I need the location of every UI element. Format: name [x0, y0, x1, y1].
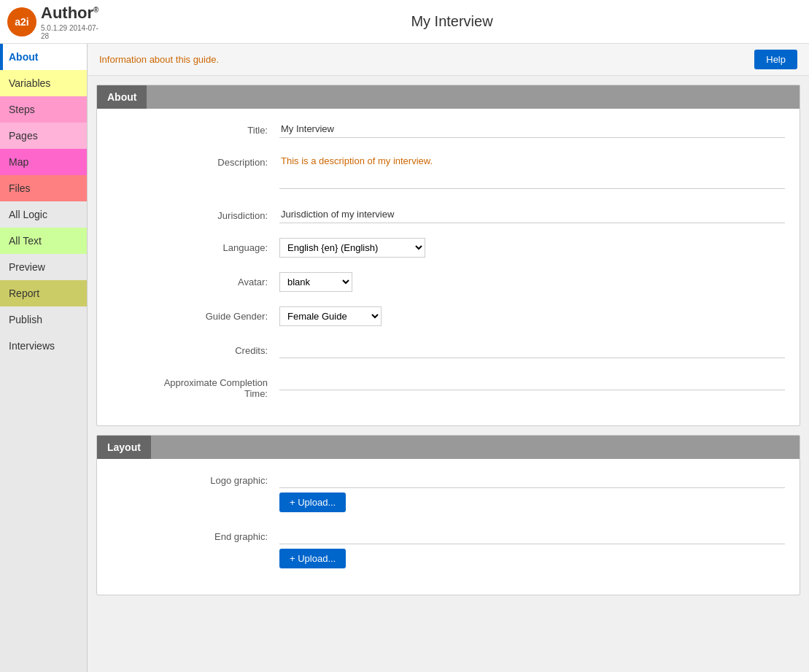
about-section-body: Title: Description: This is a descriptio…: [97, 109, 800, 425]
title-label: Title:: [112, 120, 279, 136]
sidebar-item-publish[interactable]: Publish: [0, 306, 87, 333]
sidebar-item-steps[interactable]: Steps: [0, 96, 87, 123]
end-graphic-label: End graphic:: [112, 527, 279, 542]
sidebar-item-preview[interactable]: Preview: [0, 254, 87, 280]
end-graphic-row: End graphic: + Upload...: [112, 527, 785, 568]
sidebar-item-all-text[interactable]: All Text: [0, 228, 87, 254]
logo-area: a2i Author® 5.0.1.29 2014-07-28: [0, 4, 95, 40]
completion-time-input[interactable]: [279, 373, 785, 390]
top-bar: Information about this guide. Help: [88, 44, 809, 76]
description-input[interactable]: This is a description of my interview.: [279, 152, 785, 189]
layout-panel: Layout Logo graphic: + Upload... End gra…: [96, 435, 800, 595]
credits-label: Credits:: [112, 341, 279, 356]
jurisdiction-label: Jurisdiction:: [112, 206, 279, 221]
sidebar-item-report[interactable]: Report: [0, 280, 87, 306]
logo-graphic-label: Logo graphic:: [112, 471, 279, 486]
logo-graphic-input[interactable]: [279, 471, 785, 488]
sidebar: About Variables Steps Pages Map Files Al…: [0, 44, 88, 672]
completion-time-row: Approximate CompletionTime:: [112, 373, 785, 399]
about-section-header-row: About: [97, 85, 800, 109]
description-label: Description:: [112, 152, 279, 168]
layout-section-heading: Layout: [97, 436, 151, 459]
guide-gender-row: Guide Gender: Female Guide Male Guide: [112, 306, 785, 326]
jurisdiction-input[interactable]: [279, 206, 785, 223]
credits-row: Credits:: [112, 341, 785, 358]
sidebar-item-about[interactable]: About: [0, 44, 87, 70]
description-row: Description: This is a description of my…: [112, 152, 785, 191]
avatar-label: Avatar:: [112, 272, 279, 287]
avatar-select[interactable]: blank female male: [279, 272, 352, 292]
title-input[interactable]: [279, 120, 785, 138]
end-graphic-input[interactable]: [279, 527, 785, 544]
sidebar-item-map[interactable]: Map: [0, 149, 87, 175]
sidebar-item-all-logic[interactable]: All Logic: [0, 201, 87, 228]
help-button[interactable]: Help: [754, 50, 797, 69]
layout-section-header-row: Layout: [97, 436, 800, 459]
app-header: a2i Author® 5.0.1.29 2014-07-28 My Inter…: [0, 0, 809, 44]
language-label: Language:: [112, 238, 279, 253]
sidebar-item-files[interactable]: Files: [0, 175, 87, 201]
upload-end-button[interactable]: + Upload...: [279, 549, 346, 568]
language-select[interactable]: English {en} (English) French {fr} (Fren…: [279, 238, 425, 258]
completion-time-label: Approximate CompletionTime:: [112, 373, 279, 399]
title-row: Title:: [112, 120, 785, 138]
info-text: Information about this guide.: [99, 54, 219, 65]
credits-input[interactable]: [279, 341, 785, 358]
layout-section-body: Logo graphic: + Upload... End graphic: +…: [97, 459, 800, 595]
avatar-row: Avatar: blank female male: [112, 272, 785, 292]
logo-icon: a2i: [7, 7, 36, 36]
sidebar-item-interviews[interactable]: Interviews: [0, 333, 87, 359]
guide-gender-select[interactable]: Female Guide Male Guide: [279, 306, 382, 326]
sidebar-item-variables[interactable]: Variables: [0, 70, 87, 96]
logo-text-block: Author® 5.0.1.29 2014-07-28: [41, 4, 98, 40]
jurisdiction-row: Jurisdiction:: [112, 206, 785, 223]
app-body: About Variables Steps Pages Map Files Al…: [0, 44, 809, 672]
main-content: Information about this guide. Help About…: [88, 44, 809, 672]
logo-graphic-row: Logo graphic: + Upload...: [112, 471, 785, 512]
app-name: Author®: [41, 4, 98, 23]
page-title: My Interview: [95, 13, 809, 30]
sidebar-item-pages[interactable]: Pages: [0, 123, 87, 149]
about-section-heading: About: [97, 85, 147, 109]
version-label: 5.0.1.29 2014-07-28: [41, 24, 98, 40]
about-panel: About Title: Description: This is a desc…: [96, 85, 800, 426]
guide-gender-label: Guide Gender:: [112, 306, 279, 322]
upload-logo-button[interactable]: + Upload...: [279, 493, 346, 512]
language-row: Language: English {en} (English) French …: [112, 238, 785, 258]
